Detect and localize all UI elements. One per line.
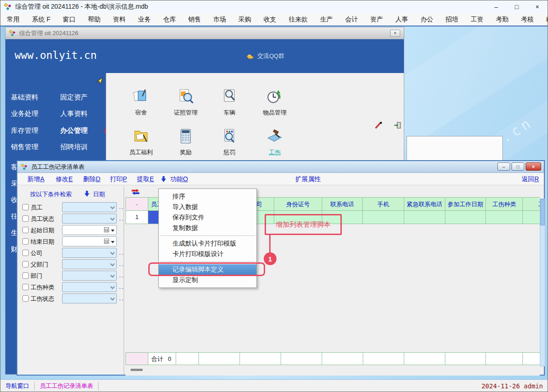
sidebar-item-招聘培训[interactable]: 招聘培训	[60, 143, 88, 152]
print-button[interactable]: 打印P	[110, 175, 127, 183]
close-button[interactable]: ×	[527, 0, 548, 13]
menu-item-采购[interactable]: 采购	[238, 16, 251, 24]
column-header-工伤种类[interactable]: 工伤种类	[486, 197, 523, 211]
filter-checkbox[interactable]	[22, 284, 29, 290]
table-cell[interactable]	[523, 211, 540, 224]
sidebar-item-销售管理[interactable]: 销售管理	[11, 143, 38, 152]
column-header-参加工作日期[interactable]: 参加工作日期	[445, 197, 486, 211]
menu-item-排序[interactable]: 排序	[159, 191, 256, 202]
menu-item-业务[interactable]: 业务	[138, 16, 151, 24]
filter-checkbox[interactable]	[22, 250, 29, 256]
browse-dots-button[interactable]: ..	[119, 272, 124, 279]
vertical-scroll-thumb[interactable]	[540, 199, 545, 225]
menu-item-系统[interactable]: 系统 F	[32, 16, 50, 24]
table-cell[interactable]	[404, 211, 445, 224]
sidebar-item-业务处理[interactable]: 业务处理	[11, 110, 38, 118]
sort-field-button[interactable]: 日期	[93, 190, 105, 199]
dialog-close-button[interactable]: ×	[526, 162, 541, 171]
employee-status-select[interactable]	[62, 214, 117, 224]
column-header-工伤日期[interactable]: 工伤日期	[523, 197, 540, 211]
menu-item-收支[interactable]: 收支	[263, 16, 276, 24]
mdi-close-button[interactable]: ×	[390, 30, 400, 37]
filter-checkbox[interactable]	[22, 261, 29, 267]
menu-item-市场[interactable]: 市场	[213, 16, 226, 24]
column-header-紧急联系电话[interactable]: 紧急联系电话	[404, 197, 445, 211]
delete-button[interactable]: 删除D	[83, 175, 100, 183]
menu-item-人事[interactable]: 人事	[395, 16, 408, 24]
filter-checkbox[interactable]	[22, 215, 29, 222]
filter-checkbox[interactable]	[22, 204, 29, 210]
module-icon-奖励[interactable]: 奖励	[169, 128, 202, 157]
end-date-input[interactable]	[62, 236, 117, 246]
menu-item-保存到文件[interactable]: 保存到文件	[159, 212, 256, 223]
vertical-scrollbar[interactable]	[540, 199, 545, 366]
company-select[interactable]	[62, 248, 117, 258]
horizontal-scroll-thumb[interactable]	[130, 369, 143, 371]
table-cell[interactable]	[363, 211, 404, 224]
menu-item-显示定制[interactable]: 显示定制	[159, 275, 256, 285]
menu-item-复制数据[interactable]: 复制数据	[159, 223, 256, 233]
extended-properties-button[interactable]: 扩展属性	[295, 175, 321, 183]
employee-select[interactable]	[62, 202, 117, 212]
browse-dots-button[interactable]: ..	[119, 204, 124, 210]
dialog-maximize-button[interactable]: □	[511, 162, 524, 171]
functions-menu-button[interactable]: 功能O	[161, 175, 188, 183]
menu-item-资产[interactable]: 资产	[370, 16, 383, 24]
parent-department-select[interactable]	[62, 259, 117, 269]
menu-item-招培[interactable]: 招培	[445, 16, 458, 24]
menu-item-帮助[interactable]: 帮助	[88, 16, 100, 24]
horizontal-scrollbar[interactable]	[125, 366, 540, 373]
menu-item-仓库[interactable]: 仓库	[163, 16, 176, 24]
new-button[interactable]: 新增A	[27, 175, 44, 183]
sidebar-item-库存管理[interactable]: 库存管理	[11, 126, 38, 135]
swap-columns-icon[interactable]	[130, 188, 141, 195]
sidebar-item-基础资料[interactable]: 基础资料	[11, 93, 38, 102]
start-date-input[interactable]	[62, 225, 117, 235]
module-icon-员工福利[interactable]: 员工福利	[125, 128, 157, 157]
injury-status-select[interactable]	[62, 293, 117, 303]
department-select[interactable]	[62, 271, 117, 281]
maximize-button[interactable]: □	[506, 0, 527, 13]
injury-type-select[interactable]	[62, 282, 117, 292]
sidebar-item-固定资产[interactable]: 固定资产	[60, 93, 88, 102]
menu-item-秘书[interactable]: 秘书	[546, 16, 548, 24]
module-icon-证照管理[interactable]: 证照管理	[169, 88, 202, 117]
module-icon-工伤[interactable]: 工伤	[258, 128, 291, 157]
menu-item-常用[interactable]: 常用	[7, 16, 20, 24]
status-nav-window-tab[interactable]: 导航窗口	[0, 382, 35, 391]
module-icon-惩罚[interactable]: 惩罚	[213, 128, 246, 157]
menu-item-销售[interactable]: 销售	[188, 16, 201, 24]
customize-icon[interactable]	[375, 121, 382, 129]
status-open-window-tab[interactable]: 员工工伤记录清单表	[35, 382, 99, 391]
browse-dots-button[interactable]: ..	[119, 295, 124, 302]
minimize-button[interactable]: –	[486, 0, 506, 13]
menu-item-生产[interactable]: 生产	[320, 16, 333, 24]
filter-checkbox[interactable]	[22, 227, 29, 233]
filter-checkbox[interactable]	[22, 295, 29, 302]
module-icon-物品管理[interactable]: 物品管理	[258, 88, 291, 117]
menu-item-资料[interactable]: 资料	[113, 16, 125, 24]
menu-item-往来款[interactable]: 往来款	[288, 16, 308, 24]
filter-checkbox[interactable]	[22, 272, 29, 279]
menu-item-导入数据[interactable]: 导入数据	[159, 202, 256, 212]
menu-item-窗口[interactable]: 窗口	[63, 16, 75, 24]
qq-group-link[interactable]: 交流QQ群	[246, 52, 284, 60]
menu-item-会计[interactable]: 会计	[345, 16, 358, 24]
menu-item-生成默认卡片打印模版[interactable]: 生成默认卡片打印模版	[159, 238, 256, 249]
menu-item-考核[interactable]: 考核	[521, 16, 533, 24]
column-header-手机[interactable]: 手机	[363, 197, 404, 211]
column-header-联系电话[interactable]: 联系电话	[322, 197, 363, 211]
menu-item-工资[interactable]: 工资	[470, 16, 483, 24]
edit-button[interactable]: 修改E	[56, 175, 73, 183]
browse-dots-button[interactable]: ..	[119, 215, 124, 222]
table-cell[interactable]	[445, 211, 486, 224]
extract-button[interactable]: 提取E	[137, 175, 154, 183]
module-icon-车辆[interactable]: 车辆	[213, 88, 246, 117]
browse-dots-button[interactable]: ..	[119, 249, 124, 256]
dialog-minimize-button[interactable]: –	[497, 162, 510, 171]
browse-dots-button[interactable]: ..	[119, 283, 124, 290]
menu-item-考勤[interactable]: 考勤	[496, 16, 508, 24]
menu-item-办公[interactable]: 办公	[420, 16, 433, 24]
sidebar-item-人事资料[interactable]: 人事资料	[60, 110, 88, 118]
filter-checkbox[interactable]	[22, 238, 29, 245]
